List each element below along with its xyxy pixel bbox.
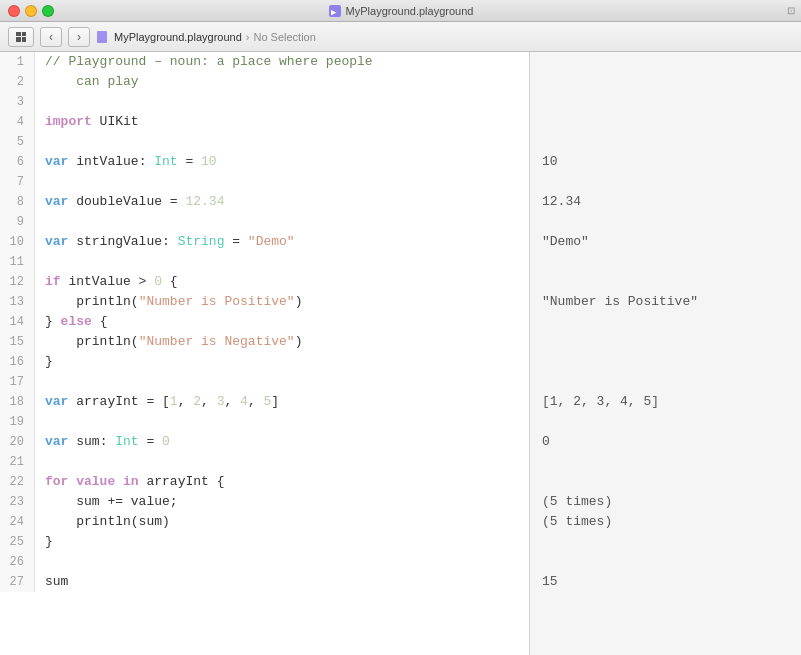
close-button[interactable] — [8, 5, 20, 17]
line-number: 16 — [0, 352, 35, 372]
resize-icon[interactable]: ⊡ — [787, 5, 795, 16]
code-line: 1// Playground – noun: a place where peo… — [0, 52, 529, 72]
result-line — [530, 452, 801, 472]
svg-text:▶: ▶ — [331, 7, 337, 17]
line-number: 8 — [0, 192, 35, 212]
line-content[interactable] — [35, 132, 529, 152]
result-line — [530, 52, 801, 72]
minimize-button[interactable] — [25, 5, 37, 17]
line-number: 5 — [0, 132, 35, 152]
code-editor[interactable]: 1// Playground – noun: a place where peo… — [0, 52, 530, 655]
line-content[interactable]: println(sum) — [35, 512, 529, 532]
result-line: "Number is Positive" — [530, 292, 801, 312]
result-line: (5 times) — [530, 492, 801, 512]
line-number: 27 — [0, 572, 35, 592]
code-line: 7 — [0, 172, 529, 192]
results-panel: 1012.34"Demo""Number is Positive"[1, 2, … — [530, 52, 801, 655]
line-content[interactable]: for value in arrayInt { — [35, 472, 529, 492]
code-line: 21 — [0, 452, 529, 472]
result-line — [530, 372, 801, 392]
line-content[interactable]: var stringValue: String = "Demo" — [35, 232, 529, 252]
result-line — [530, 552, 801, 572]
code-line: 9 — [0, 212, 529, 232]
line-content[interactable] — [35, 452, 529, 472]
line-content[interactable]: sum += value; — [35, 492, 529, 512]
line-content[interactable] — [35, 172, 529, 192]
line-content[interactable] — [35, 252, 529, 272]
line-content[interactable]: if intValue > 0 { — [35, 272, 529, 292]
editor-container: 1// Playground – noun: a place where peo… — [0, 52, 801, 655]
line-content[interactable]: println("Number is Negative") — [35, 332, 529, 352]
line-number: 17 — [0, 372, 35, 392]
title-text: MyPlayground.playground — [346, 5, 474, 17]
result-line — [530, 212, 801, 232]
line-content[interactable]: // Playground – noun: a place where peop… — [35, 52, 529, 72]
result-line — [530, 172, 801, 192]
breadcrumb-file[interactable]: MyPlayground.playground — [114, 31, 242, 43]
line-number: 9 — [0, 212, 35, 232]
line-content[interactable]: } — [35, 352, 529, 372]
line-number: 23 — [0, 492, 35, 512]
code-line: 15 println("Number is Negative") — [0, 332, 529, 352]
result-line: 12.34 — [530, 192, 801, 212]
line-number: 13 — [0, 292, 35, 312]
line-number: 20 — [0, 432, 35, 452]
line-content[interactable] — [35, 412, 529, 432]
line-content[interactable] — [35, 212, 529, 232]
code-line: 19 — [0, 412, 529, 432]
result-line — [530, 412, 801, 432]
code-line: 22for value in arrayInt { — [0, 472, 529, 492]
line-number: 6 — [0, 152, 35, 172]
result-line — [530, 532, 801, 552]
code-line: 8var doubleValue = 12.34 — [0, 192, 529, 212]
result-line — [530, 132, 801, 152]
result-line: "Demo" — [530, 232, 801, 252]
result-line — [530, 312, 801, 332]
line-number: 14 — [0, 312, 35, 332]
grid-icon — [16, 32, 26, 42]
result-line — [530, 72, 801, 92]
maximize-button[interactable] — [42, 5, 54, 17]
line-content[interactable]: var intValue: Int = 10 — [35, 152, 529, 172]
line-content[interactable]: var arrayInt = [1, 2, 3, 4, 5] — [35, 392, 529, 412]
line-number: 18 — [0, 392, 35, 412]
line-number: 2 — [0, 72, 35, 92]
line-number: 7 — [0, 172, 35, 192]
title-bar: ▶ MyPlayground.playground ⊡ — [0, 0, 801, 22]
line-number: 22 — [0, 472, 35, 492]
line-content[interactable]: println("Number is Positive") — [35, 292, 529, 312]
line-content[interactable]: var doubleValue = 12.34 — [35, 192, 529, 212]
line-content[interactable] — [35, 372, 529, 392]
code-line: 17 — [0, 372, 529, 392]
line-number: 19 — [0, 412, 35, 432]
line-content[interactable]: import UIKit — [35, 112, 529, 132]
forward-button[interactable]: › — [68, 27, 90, 47]
code-line: 13 println("Number is Positive") — [0, 292, 529, 312]
line-content[interactable] — [35, 92, 529, 112]
result-line: 0 — [530, 432, 801, 452]
result-line: 10 — [530, 152, 801, 172]
line-number: 11 — [0, 252, 35, 272]
code-line: 27sum — [0, 572, 529, 592]
result-line: 15 — [530, 572, 801, 592]
code-line: 3 — [0, 92, 529, 112]
result-line — [530, 472, 801, 492]
grid-button[interactable] — [8, 27, 34, 47]
window-controls — [8, 5, 54, 17]
line-content[interactable]: var sum: Int = 0 — [35, 432, 529, 452]
line-content[interactable] — [35, 552, 529, 572]
line-content[interactable]: } else { — [35, 312, 529, 332]
line-content[interactable]: } — [35, 532, 529, 552]
breadcrumb: MyPlayground.playground › No Selection — [96, 30, 316, 44]
line-content[interactable]: can play — [35, 72, 529, 92]
result-line: (5 times) — [530, 512, 801, 532]
line-content[interactable]: sum — [35, 572, 529, 592]
line-number: 15 — [0, 332, 35, 352]
line-number: 1 — [0, 52, 35, 72]
back-button[interactable]: ‹ — [40, 27, 62, 47]
code-line: 25} — [0, 532, 529, 552]
code-line: 10var stringValue: String = "Demo" — [0, 232, 529, 252]
code-line: 12if intValue > 0 { — [0, 272, 529, 292]
line-number: 21 — [0, 452, 35, 472]
breadcrumb-separator: › — [246, 31, 250, 43]
